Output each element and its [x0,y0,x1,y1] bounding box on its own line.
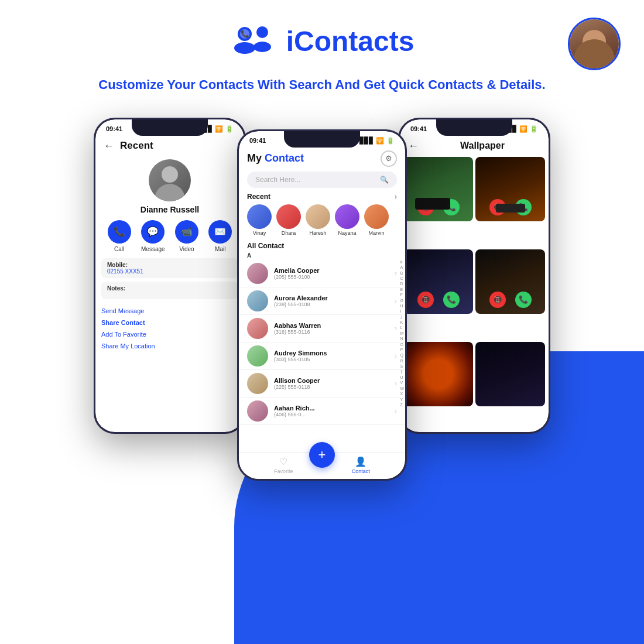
battery-icon2: 🔋 [386,137,395,145]
mobile-value[interactable]: 02155 XXX51 [107,268,232,275]
avatar-vinay [247,204,272,229]
phone3-screen: 09:41 ▊▊▊ 🛜 🔋 ← Wallpaper 📵 📞 [400,119,549,432]
phone2-notch [284,131,360,148]
name-aahan: Aahan Rich... [274,405,395,412]
menu-share-location[interactable]: Share My Location [101,340,238,352]
alphabet-sidebar: # A B C D E F G H I J K L M N O P [400,260,404,408]
recent-contact-dhara[interactable]: Dhara [276,204,301,236]
contact-aurora[interactable]: Aurora Alexander (239) 555-0108 › [239,287,405,315]
phone3-time: 09:41 [410,125,427,132]
wallpaper-night-building[interactable]: 📵 📞 [475,249,545,314]
menu-list: Send Message Share Contact Add To Favori… [95,303,244,354]
search-icon: 🔍 [380,176,389,184]
name-haresh: Haresh [309,230,326,236]
accept-btn-1[interactable]: 📞 [443,199,460,215]
accept-btn-3[interactable]: 📞 [443,292,460,308]
phone1-notch [132,119,208,136]
wallpaper-back[interactable]: ← [408,140,419,152]
battery-icon3: 🔋 [530,125,538,133]
settings-button[interactable]: ⚙ [381,150,397,167]
recent-contact-vinay[interactable]: Vinay [247,204,272,236]
wifi-icon: 🛜 [215,125,223,133]
message-action[interactable]: 💬 Message [141,220,165,252]
avatar-haresh [306,204,330,229]
recent-contact-haresh[interactable]: Haresh [306,204,330,236]
mail-action[interactable]: ✉️ Mail [208,220,232,252]
call-icon: 📞 [108,220,131,244]
recent-label: Recent [247,193,270,201]
contact-amelia[interactable]: Amelia Cooper (205) 555-0100 › [239,260,405,287]
svg-point-1 [256,26,268,38]
contact-aahan[interactable]: Aahan Rich... (406) 555-0... › [239,398,405,425]
phone-allison: (225) 555-0118 [274,384,395,390]
row-chevron3: › [395,324,397,333]
call-buttons-4: 📵 📞 [475,292,545,308]
avatar-aurora [247,290,268,311]
decline-btn-3[interactable]: 📵 [417,292,434,308]
wallpaper-dark-street[interactable]: 📵 📞 [403,249,473,314]
menu-add-favorite[interactable]: Add To Favorite [101,328,238,340]
decline-btn-1[interactable]: 📵 [417,199,434,215]
favorite-label: Favorite [274,468,293,474]
wallpaper-purple-night[interactable] [475,342,545,406]
add-contact-fab[interactable]: + [309,442,335,468]
phones-showcase: 09:41 ▊▊▊ 🛜 🔋 ← Recent Dianne Russell 📞 … [0,118,644,481]
phone1-screen: 09:41 ▊▊▊ 🛜 🔋 ← Recent Dianne Russell 📞 … [95,119,244,432]
call-buttons-3: 📵 📞 [403,292,473,308]
recent-row: Recent › [239,190,405,202]
phone-aabhas: (316) 555-0116 [274,329,395,335]
wallpaper-grid: 📵 📞 📵 📞 📵 📞 [400,157,549,432]
wallpaper-forest[interactable]: 📵 📞 [403,157,473,221]
recent-chevron-icon[interactable]: › [395,193,397,201]
accept-btn-2[interactable]: 📞 [515,199,532,215]
recent-contact-nayana[interactable]: Nayana [335,204,359,236]
decline-btn-4[interactable]: 📵 [489,292,506,308]
name-vinay: Vinay [253,230,266,236]
decline-btn-2[interactable]: 📵 [489,199,506,215]
row-chevron: › [395,269,397,278]
alpha-section-a: A [239,251,405,260]
app-logo-icon: 📞 [230,23,277,59]
call-action[interactable]: 📞 Call [108,220,131,252]
accept-btn-4[interactable]: 📞 [515,292,532,308]
contact-aabhas[interactable]: Aabhas Warren (316) 555-0116 › [239,315,405,342]
svg-point-3 [254,42,271,52]
video-label: Video [179,246,194,252]
recent-contact-marvin[interactable]: Marvin [364,204,389,236]
tagline: Customize Your Contacts With Search And … [0,70,644,112]
menu-send-message[interactable]: Send Message [101,305,238,317]
info-aabhas: Aabhas Warren (316) 555-0116 [274,322,395,335]
video-icon: 📹 [175,220,198,244]
phone-recent: 09:41 ▊▊▊ 🛜 🔋 ← Recent Dianne Russell 📞 … [94,118,246,434]
nav-favorite[interactable]: ♡ Favorite [274,456,293,474]
bottom-nav: ♡ Favorite + 👤 Contact [239,452,405,479]
menu-share-contact[interactable]: Share Contact [101,317,238,328]
name-aurora: Aurora Alexander [274,294,395,302]
back-button[interactable]: ← [104,140,114,152]
wallpaper-red-moon[interactable] [403,342,473,406]
wallpaper-header: ← Wallpaper [400,135,549,157]
favorite-icon: ♡ [279,456,287,467]
contact-audrey[interactable]: Audrey Simmons (303) 555-0105 › [239,342,405,370]
my-contact-header: My Contact ⚙ [239,147,405,169]
info-amelia: Amelia Cooper (205) 555-0100 [274,267,395,280]
all-contact-label: All Contact [239,239,405,251]
search-bar[interactable]: Search Here... 🔍 [247,172,397,188]
row-chevron2: › [395,297,397,305]
name-dhara: Dhara [282,230,296,236]
phone2-status-icons: ▊▊▊ 🛜 🔋 [359,137,395,145]
user-avatar[interactable] [568,18,621,70]
mobile-label: Mobile: [107,262,232,268]
header: 📞 iContacts [0,0,644,70]
wallpaper-sunset[interactable]: 📵 📞 [475,157,545,221]
contact-section-title: Recent [120,140,153,152]
contact-allison[interactable]: Allison Cooper (225) 555-0118 › [239,370,405,398]
wifi-icon3: 🛜 [519,125,527,133]
contact-list: Amelia Cooper (205) 555-0100 › Aurora Al… [239,260,405,452]
search-placeholder: Search Here... [255,176,300,184]
nav-contact[interactable]: 👤 Contact [352,456,370,474]
video-action[interactable]: 📹 Video [175,220,198,252]
app-title: iContacts [286,25,415,57]
avatar-dhara [276,204,301,229]
name-aabhas: Aabhas Warren [274,322,395,329]
